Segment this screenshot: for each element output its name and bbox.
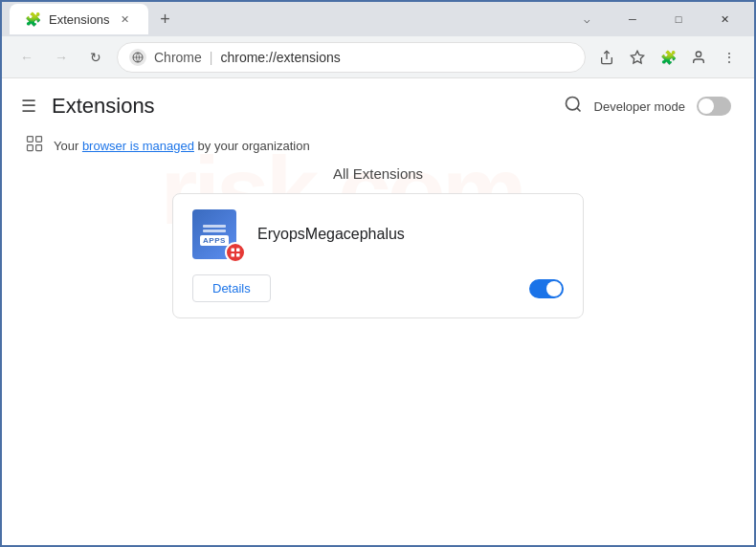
ext-header-right: Developer mode [564, 95, 731, 119]
svg-rect-6 [28, 137, 33, 142]
extensions-header: ☰ Extensions Developer mode [2, 78, 754, 126]
page-title: Extensions [52, 94, 155, 119]
profile-button[interactable] [685, 44, 712, 71]
extension-name: EryopsMegacephalus [257, 226, 405, 243]
svg-point-4 [566, 97, 578, 109]
extension-icon-wrap: APPS [192, 209, 242, 259]
reload-button[interactable]: ↻ [82, 44, 109, 71]
page-content: risk.com ☰ Extensions Developer mode [2, 78, 754, 545]
tab-label: Extensions [49, 12, 110, 27]
extension-toggle-knob [546, 281, 562, 296]
site-icon [129, 49, 146, 66]
title-bar: 🧩 Extensions ✕ + ⌵ ─ □ ✕ [2, 2, 754, 36]
maximize-button[interactable]: □ [656, 4, 700, 34]
forward-button: → [48, 44, 75, 71]
navigation-bar: ← → ↻ Chrome | chrome://extensions 🧩 ⋮ [2, 36, 754, 78]
svg-rect-13 [236, 253, 240, 257]
file-line-2 [203, 230, 226, 232]
svg-rect-9 [36, 145, 42, 151]
extension-card-top: APPS EryopsMegacephalus [192, 209, 564, 259]
extension-enable-toggle[interactable] [529, 279, 564, 298]
managed-banner: Your browser is managed by your organiza… [2, 126, 754, 165]
svg-rect-12 [232, 253, 235, 257]
managed-text: Your browser is managed by your organiza… [54, 139, 310, 153]
search-button[interactable] [564, 95, 583, 119]
window-controls: ⌵ ─ □ ✕ [565, 4, 746, 34]
extension-card-bottom: Details [192, 274, 564, 302]
svg-rect-8 [28, 145, 33, 151]
menu-hamburger-button[interactable]: ☰ [21, 96, 36, 117]
apps-label: APPS [200, 235, 229, 246]
extension-badge-icon [225, 242, 246, 263]
back-button: ← [13, 44, 40, 71]
bookmark-button[interactable] [624, 44, 651, 71]
tab-extension-icon: 🧩 [25, 11, 41, 27]
title-bar-left: 🧩 Extensions ✕ + [10, 4, 565, 34]
address-separator: | [210, 50, 213, 65]
svg-rect-7 [36, 137, 42, 142]
extensions-button[interactable]: 🧩 [655, 44, 681, 71]
minimize-button[interactable]: ─ [611, 4, 655, 34]
nav-right-icons: 🧩 ⋮ [593, 44, 743, 71]
all-extensions-heading: All Extensions [25, 165, 731, 182]
file-line-1 [203, 225, 226, 228]
developer-mode-toggle[interactable] [697, 97, 731, 116]
extensions-list-area: All Extensions APPS EryopsMegacephalus [2, 165, 754, 318]
minimize-down-button[interactable]: ⌵ [565, 4, 609, 34]
svg-marker-2 [631, 51, 643, 63]
dev-mode-label: Developer mode [594, 99, 685, 114]
address-brand: Chrome [154, 50, 202, 65]
address-bar[interactable]: Chrome | chrome://extensions [117, 42, 586, 73]
close-button[interactable]: ✕ [702, 4, 746, 34]
svg-rect-11 [236, 249, 240, 252]
managed-link[interactable]: browser is managed [82, 139, 194, 153]
share-button[interactable] [593, 44, 620, 71]
toggle-knob [699, 98, 714, 114]
svg-line-5 [576, 107, 580, 111]
svg-rect-10 [232, 249, 235, 252]
ext-header-left: ☰ Extensions [21, 94, 155, 119]
address-url: chrome://extensions [220, 50, 340, 65]
new-tab-button[interactable]: + [152, 6, 179, 33]
tab-close-button[interactable]: ✕ [118, 11, 133, 27]
browser-tab[interactable]: 🧩 Extensions ✕ [10, 4, 148, 34]
menu-button[interactable]: ⋮ [716, 44, 743, 71]
svg-point-3 [696, 52, 700, 56]
managed-icon [25, 134, 44, 158]
extension-card: APPS EryopsMegacephalus Details [172, 193, 584, 318]
details-button[interactable]: Details [192, 274, 271, 302]
